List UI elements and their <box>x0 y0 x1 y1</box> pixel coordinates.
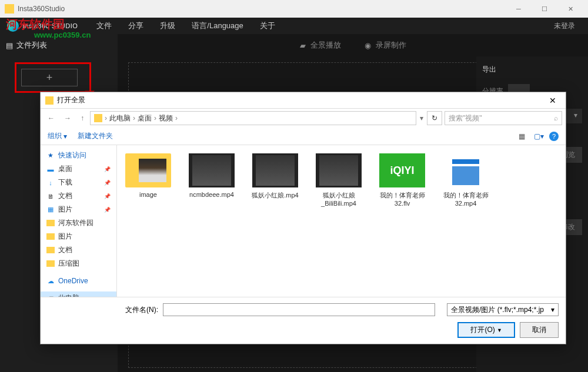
folder-icon <box>46 247 55 253</box>
path-dropdown-button[interactable]: ▾ <box>419 114 425 122</box>
cloud-icon: ☁ <box>46 277 55 285</box>
menu-upgrade[interactable]: 升级 <box>152 18 183 34</box>
chevron-right-icon: › <box>175 114 178 122</box>
record-icon: ◉ <box>365 41 371 50</box>
logo-text: Insta360 STUDIO <box>22 22 78 29</box>
pin-icon: 📌 <box>104 166 111 172</box>
file-name: 狐妖小红娘_BiliBili.mp4 <box>313 191 364 207</box>
folder-icon <box>45 96 54 105</box>
sidebar-item-compressed[interactable]: 压缩图 <box>41 257 116 270</box>
window-title: Insta360Studio <box>18 5 65 13</box>
sidebar-item-desktop[interactable]: ▬桌面📌 <box>41 162 116 176</box>
file-open-dialog: 打开全景 ✕ ← → ↑ › 此电脑 › 桌面 › 视频 › ▾ ↻ 搜索"视频… <box>40 92 566 344</box>
tab-pano-play[interactable]: ▰ 全景播放 <box>300 40 341 51</box>
folder-icon <box>46 260 55 267</box>
breadcrumb-p2[interactable]: 视频 <box>159 113 173 123</box>
chevron-right-icon: › <box>153 114 157 122</box>
folder-icon <box>94 114 102 122</box>
window-controls: ─ ☐ ✕ <box>506 0 583 18</box>
dialog-toolbar: 组织▾ 新建文件夹 ▦ ▢▾ ? <box>41 128 566 145</box>
sidebar-item-documents2[interactable]: 文档 <box>41 243 116 257</box>
sidebar-item-hdrjy[interactable]: 河东软件园 <box>41 216 116 230</box>
dialog-close-button[interactable]: ✕ <box>544 96 561 105</box>
menu-about[interactable]: 关于 <box>252 18 283 34</box>
folder-icon <box>46 233 55 240</box>
filetype-select[interactable]: 全景视频/图片 (*.flv;*.mp4;*.jp ▾ <box>447 303 559 316</box>
logo-icon <box>7 20 19 32</box>
chevron-down-icon: ▾ <box>64 132 67 140</box>
video-icon: ▰ <box>300 41 306 50</box>
folder-thumb <box>125 153 171 187</box>
refresh-button[interactable]: ↻ <box>427 111 442 125</box>
add-highlight-box: + ➤ <box>15 62 91 93</box>
chevron-right-icon: › <box>132 114 136 122</box>
chevron-down-icon: ▼ <box>497 327 502 333</box>
desktop-icon: ▬ <box>46 165 55 173</box>
file-name: 狐妖小红娘.mp4 <box>250 191 300 200</box>
sidebar-item-documents[interactable]: 🗎文档📌 <box>41 189 116 203</box>
filename-input[interactable] <box>163 303 435 316</box>
breadcrumb-root[interactable]: 此电脑 <box>109 113 131 123</box>
dialog-title: 打开全景 <box>57 95 85 105</box>
view-small-button[interactable]: ▦ <box>519 132 528 140</box>
open-button[interactable]: 打开(O) ▼ <box>457 322 515 338</box>
file-item[interactable]: image <box>123 153 173 198</box>
download-icon: ↓ <box>46 179 55 187</box>
document-icon: 🗎 <box>46 192 55 200</box>
nav-up-button[interactable]: ↑ <box>77 112 88 124</box>
file-name: ncmbdeee.mp4 <box>186 191 237 198</box>
help-icon[interactable]: ? <box>549 132 559 141</box>
search-input[interactable]: 搜索"视频" ⌕ <box>445 111 562 125</box>
video-thumb <box>252 153 298 187</box>
search-placeholder: 搜索"视频" <box>449 113 482 123</box>
star-icon: ★ <box>46 152 55 160</box>
filename-label: 文件名(N): <box>48 305 158 315</box>
file-item[interactable]: 狐妖小红娘.mp4 <box>250 153 300 200</box>
nav-forward-button[interactable]: → <box>61 112 75 124</box>
menu-language[interactable]: 语言/Language <box>183 18 251 34</box>
sidebar-item-downloads[interactable]: ↓下载📌 <box>41 176 116 189</box>
sidebar-thispc[interactable]: 🖥此电脑 <box>41 291 116 297</box>
picture-icon: ▦ <box>46 206 55 214</box>
sidebar-onedrive[interactable]: ☁OneDrive <box>41 275 116 287</box>
menu-bar: Insta360 STUDIO 文件 分享 升级 语言/Language 关于 … <box>0 18 588 34</box>
menu-share[interactable]: 分享 <box>120 18 152 34</box>
file-item[interactable]: 狐妖小红娘_BiliBili.mp4 <box>313 153 364 207</box>
menu-file[interactable]: 文件 <box>88 18 120 34</box>
breadcrumb[interactable]: › 此电脑 › 桌面 › 视频 › <box>90 111 416 125</box>
add-file-button[interactable]: + <box>21 69 78 86</box>
mp4-thumb <box>443 153 489 187</box>
dialog-nav: ← → ↑ › 此电脑 › 桌面 › 视频 › ▾ ↻ 搜索"视频" ⌕ <box>41 109 566 128</box>
view-large-button[interactable]: ▢▾ <box>534 132 543 140</box>
organize-button[interactable]: 组织▾ <box>48 131 67 141</box>
export-title: 导出 <box>482 65 582 75</box>
nav-back-button[interactable]: ← <box>44 112 58 124</box>
sidebar-item-pictures2[interactable]: 图片 <box>41 230 116 243</box>
minimize-button[interactable]: ─ <box>506 0 532 18</box>
dialog-sidebar: ★快速访问 ▬桌面📌 ↓下载📌 🗎文档📌 ▦图片📌 河东软件园 图片 文档 压缩… <box>41 145 117 297</box>
close-button[interactable]: ✕ <box>557 0 583 18</box>
sidebar-quick-access[interactable]: ★快速访问 <box>41 149 116 162</box>
login-status[interactable]: 未登录 <box>554 21 581 31</box>
tab-record[interactable]: ◉ 录屏制作 <box>365 40 406 51</box>
chevron-down-icon: ▾ <box>551 306 554 314</box>
file-item[interactable]: iQIYI 我的！体育老师32.flv <box>377 153 427 207</box>
sidebar-title: ▤ 文件列表 <box>6 40 112 51</box>
maximize-button[interactable]: ☐ <box>532 0 557 18</box>
breadcrumb-p1[interactable]: 桌面 <box>138 113 152 123</box>
chevron-right-icon: › <box>104 114 108 122</box>
cancel-button[interactable]: 取消 <box>520 322 559 338</box>
file-name: image <box>123 191 173 198</box>
folder-icon <box>46 220 55 226</box>
video-thumb <box>316 153 362 187</box>
file-item[interactable]: 我的！体育老师32.mp4 <box>440 153 491 207</box>
file-grid[interactable]: image ncmbdeee.mp4 狐妖小红娘.mp4 狐妖小红娘_BiliB… <box>117 145 566 297</box>
logo: Insta360 STUDIO <box>7 20 78 32</box>
pin-icon: 📌 <box>104 180 111 186</box>
new-folder-button[interactable]: 新建文件夹 <box>78 131 113 141</box>
file-item[interactable]: ncmbdeee.mp4 <box>186 153 237 198</box>
search-icon: ⌕ <box>554 114 558 122</box>
dialog-body: ★快速访问 ▬桌面📌 ↓下载📌 🗎文档📌 ▦图片📌 河东软件园 图片 文档 压缩… <box>41 145 566 297</box>
sidebar-item-pictures[interactable]: ▦图片📌 <box>41 203 116 216</box>
iqiyi-thumb: iQIYI <box>379 153 425 187</box>
